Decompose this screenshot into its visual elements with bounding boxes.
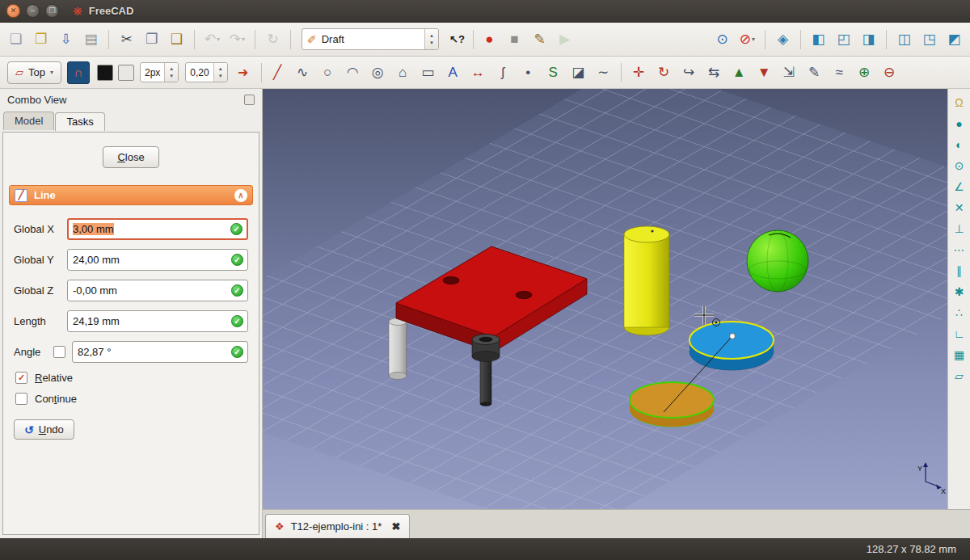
draft-rotate-button[interactable]: ↻ (652, 61, 676, 85)
face-color-swatch[interactable] (118, 65, 134, 81)
refresh-button[interactable]: ↻ (261, 27, 285, 52)
snap-perpendicular-button[interactable]: ⊥ (950, 219, 969, 238)
undo-button[interactable]: ↺ Undo (14, 419, 74, 440)
snap-intersection-button[interactable]: ✕ (950, 198, 969, 217)
view-front-button[interactable]: ◧ (807, 27, 830, 52)
draft-point-button[interactable]: • (517, 61, 540, 85)
document-tab[interactable]: ❖ T12-ejemplo-ini : 1* ✖ (265, 514, 410, 538)
snap-parallel-button[interactable]: ∥ (950, 261, 969, 280)
snap-ortho-button[interactable]: ∟ (950, 324, 969, 343)
yellow-cylinder[interactable] (624, 226, 669, 335)
draft-wire-to-bspline-button[interactable]: ≈ (828, 61, 851, 85)
draft-shapestring-button[interactable]: S (542, 61, 565, 85)
view-rear-button[interactable]: ◫ (892, 27, 916, 52)
global-x-input[interactable]: 3,00 mm ✓ (67, 218, 248, 240)
float-panel-icon[interactable] (244, 95, 255, 105)
close-task-button[interactable]: Close (103, 146, 158, 168)
line-width-arrows[interactable]: ▲ ▼ (164, 63, 178, 82)
draft-facebinder-button[interactable]: ◪ (567, 61, 590, 85)
view-top-button[interactable]: ◰ (832, 27, 855, 52)
print-button[interactable]: ▤ (79, 27, 103, 52)
workbench-selector-arrows[interactable]: ▲ ▼ (424, 29, 438, 49)
macro-record-button[interactable]: ● (478, 27, 501, 52)
window-minimize-button[interactable]: – (26, 4, 40, 18)
snap-near-button[interactable]: ∴ (950, 303, 969, 322)
copy-button[interactable]: ❐ (140, 27, 163, 52)
tab-model[interactable]: Model (3, 112, 54, 130)
draft-wire-button[interactable]: ∿ (291, 61, 314, 85)
document-tab-close-icon[interactable]: ✖ (391, 520, 400, 533)
draft-line-button[interactable]: ╱ (266, 61, 289, 85)
save-file-button[interactable]: ⇩ (54, 27, 78, 52)
snap-working-plane-button[interactable]: ▱ (950, 366, 969, 385)
gray-cylinder[interactable] (389, 318, 407, 380)
macro-stop-button[interactable]: ■ (503, 27, 526, 52)
draft-del-point-button[interactable]: ⊖ (878, 61, 901, 85)
draft-upgrade-button[interactable]: ▲ (728, 61, 751, 85)
orange-disk[interactable] (630, 382, 714, 427)
draft-rectangle-button[interactable]: ▭ (416, 61, 440, 85)
draft-bezier-button[interactable]: ∼ (592, 61, 615, 85)
draft-ellipse-button[interactable]: ◎ (366, 61, 390, 85)
draft-downgrade-button[interactable]: ▼ (753, 61, 776, 85)
snap-grid-button[interactable]: ▦ (950, 345, 969, 364)
angle-input[interactable]: 82,87 ° ✓ (72, 341, 248, 363)
length-input[interactable]: 24,19 mm ✓ (67, 310, 248, 332)
view-isometric-button[interactable]: ◈ (771, 27, 795, 52)
tab-tasks[interactable]: Tasks (55, 112, 104, 131)
relative-checkbox[interactable]: ✓ (15, 372, 27, 384)
clip-plane-button[interactable]: ⊘▾ (736, 27, 759, 52)
toggle-snap-button[interactable]: ∩ (67, 61, 90, 84)
snap-lock-button[interactable]: Ω (950, 93, 969, 112)
angle-checkbox[interactable] (53, 346, 65, 358)
global-y-input[interactable]: 24,00 mm ✓ (67, 249, 248, 271)
draft-arc-button[interactable]: ◠ (341, 61, 365, 85)
draft-add-point-button[interactable]: ⊕ (853, 61, 876, 85)
draft-polygon-button[interactable]: ⌂ (391, 61, 415, 85)
whats-this-button[interactable]: ↖? (445, 27, 469, 52)
snap-endpoint-button[interactable]: ● (950, 114, 969, 133)
view-bottom-button[interactable]: ◳ (917, 27, 941, 52)
line-width-spinner[interactable]: 2px ▲ ▼ (140, 62, 179, 82)
view-right-button[interactable]: ◨ (857, 27, 880, 52)
draft-scale-button[interactable]: ⇲ (778, 61, 801, 85)
macro-play-button[interactable]: ▶ (553, 27, 576, 52)
3d-viewport[interactable]: Y X (263, 89, 947, 509)
open-file-button[interactable]: ❐ (29, 27, 53, 52)
draft-edit-button[interactable]: ✎ (803, 61, 826, 85)
snap-extension-button[interactable]: ⋯ (950, 240, 969, 259)
snap-midpoint-button[interactable]: ◐ (950, 135, 969, 154)
window-maximize-button[interactable]: ❒ (45, 4, 59, 18)
draft-bspline-button[interactable]: ʃ (491, 61, 515, 85)
redo-button[interactable]: ↷▾ (226, 27, 249, 52)
snap-special-button[interactable]: ✱ (950, 282, 969, 301)
draft-text-button[interactable]: A (441, 61, 465, 85)
view-left-button[interactable]: ◩ (943, 27, 966, 52)
collapse-section-icon[interactable]: ∧ (234, 189, 247, 202)
draft-circle-button[interactable]: ○ (316, 61, 340, 85)
fit-all-button[interactable]: ⊙ (711, 27, 734, 52)
snap-center-button[interactable]: ⊙ (950, 156, 969, 175)
window-close-button[interactable]: ✕ (6, 4, 20, 18)
continue-checkbox[interactable] (15, 393, 27, 405)
draft-trimex-button[interactable]: ⇆ (702, 61, 726, 85)
paste-button[interactable]: ❑ (165, 27, 188, 52)
snap-angle-button[interactable]: ∠ (950, 177, 969, 196)
line-color-swatch[interactable] (97, 65, 113, 81)
global-x-label: Global X (14, 223, 61, 235)
global-z-input[interactable]: -0,00 mm ✓ (67, 280, 248, 301)
new-file-button[interactable]: ❏ (4, 27, 27, 52)
draft-offset-button[interactable]: ↪ (677, 61, 701, 85)
blue-disk[interactable] (690, 322, 774, 370)
apply-style-button[interactable]: ➜ (231, 61, 255, 84)
draft-dimension-button[interactable]: ↔ (466, 61, 490, 85)
working-plane-button[interactable]: ▱ Top ▾ (7, 61, 61, 84)
macro-edit-button[interactable]: ✎ (528, 27, 551, 52)
draft-move-button[interactable]: ✛ (627, 61, 651, 85)
green-sphere[interactable] (747, 230, 808, 292)
undo-button[interactable]: ↶▾ (200, 27, 224, 52)
workbench-selector[interactable]: ✐ Draft ▲ ▼ (302, 28, 439, 50)
text-scale-spinner[interactable]: 0,20 ▲ ▼ (185, 62, 227, 82)
cut-button[interactable]: ✂ (115, 27, 138, 52)
text-scale-arrows[interactable]: ▲ ▼ (213, 63, 227, 82)
